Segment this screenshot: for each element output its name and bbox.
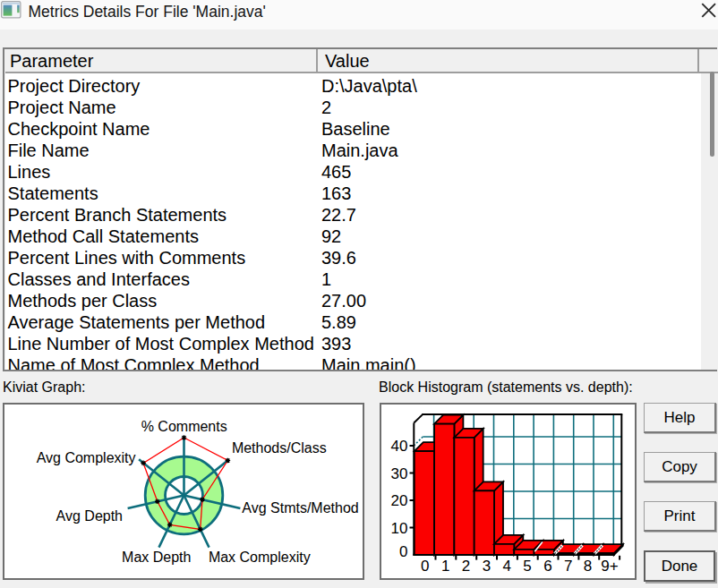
svg-text:9+: 9+ — [601, 558, 618, 575]
svg-text:Methods/Class: Methods/Class — [232, 440, 327, 456]
svg-text:Avg Depth: Avg Depth — [56, 508, 123, 524]
svg-text:6: 6 — [543, 558, 551, 575]
svg-text:40: 40 — [391, 438, 408, 455]
svg-text:7: 7 — [564, 558, 572, 575]
svg-text:2: 2 — [462, 558, 470, 575]
svg-text:4: 4 — [502, 558, 510, 575]
svg-text:1: 1 — [441, 558, 449, 575]
svg-text:Avg Stmts/Method: Avg Stmts/Method — [242, 500, 358, 516]
svg-text:10: 10 — [391, 520, 408, 537]
svg-text:0: 0 — [399, 543, 407, 560]
svg-text:3: 3 — [483, 558, 491, 575]
svg-text:Max Complexity: Max Complexity — [209, 550, 311, 565]
svg-text:30: 30 — [391, 465, 408, 482]
svg-text:5: 5 — [523, 558, 531, 575]
svg-text:0: 0 — [421, 558, 429, 575]
svg-text:Avg Complexity: Avg Complexity — [37, 450, 136, 465]
svg-text:20: 20 — [391, 492, 408, 509]
svg-text:% Comments: % Comments — [141, 419, 227, 434]
svg-text:8: 8 — [584, 558, 592, 575]
svg-text:Max Depth: Max Depth — [122, 550, 191, 565]
